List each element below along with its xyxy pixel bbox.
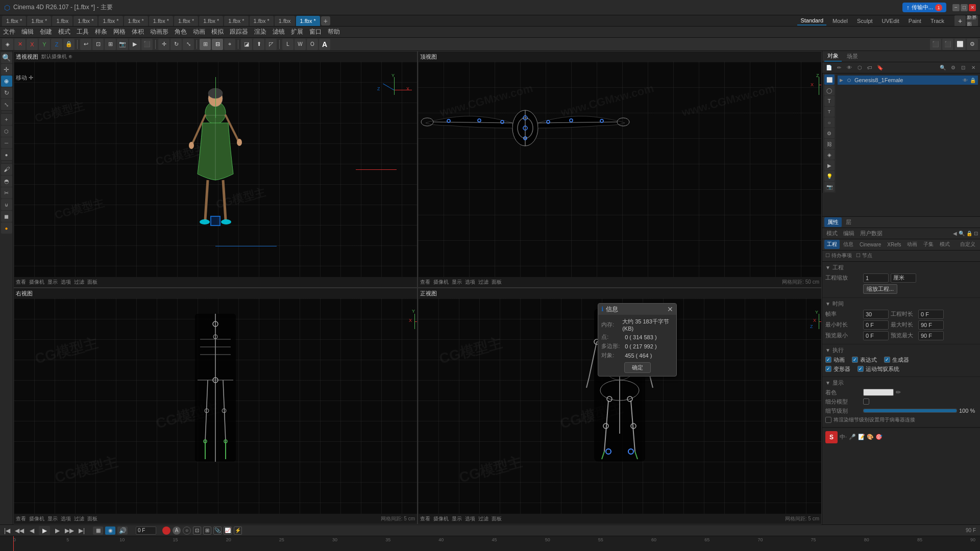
- level-slider[interactable]: [863, 409, 957, 413]
- prop-min-h-value[interactable]: 0 F: [863, 320, 889, 330]
- tab-mode-uvedit[interactable]: UVEdit: [879, 17, 902, 25]
- left-paint[interactable]: 🖌: [1, 164, 12, 175]
- cb-deformer[interactable]: [825, 366, 831, 372]
- tab-3[interactable]: 1.fbx: [52, 16, 72, 26]
- btn-resize-project[interactable]: 缩放工程...: [863, 284, 897, 294]
- rp-icon-tag[interactable]: 🏷: [865, 63, 874, 72]
- panel-tab-animation[interactable]: 动画: [904, 240, 920, 249]
- upload-button[interactable]: ↑ 传输中... 1: [902, 3, 946, 12]
- minimize-button[interactable]: −: [952, 4, 960, 11]
- toolbar-grid[interactable]: ⊞: [200, 39, 211, 50]
- cb-animation[interactable]: [825, 357, 831, 363]
- tab-12[interactable]: 1.fbx: [275, 16, 295, 26]
- tab-mode-sculpt[interactable]: Sculpt: [854, 17, 876, 25]
- tl-prev-key-btn[interactable]: ◀◀: [14, 526, 24, 535]
- section-toggle-project[interactable]: ▼: [825, 265, 830, 270]
- vp-right-footer3[interactable]: 显示: [47, 515, 58, 522]
- vp-right-footer5[interactable]: 过滤: [74, 515, 84, 522]
- toolbar-axis3[interactable]: O: [307, 39, 318, 50]
- panel-tab-subset[interactable]: 子集: [921, 240, 936, 249]
- rs-btn-chain[interactable]: ⛓: [824, 139, 835, 149]
- checkbox-pending[interactable]: ☐ 待办事项: [825, 252, 852, 259]
- viewport-top[interactable]: 顶视图 www.CGMxw.com www.CGMxw.com www.CGMx…: [418, 51, 822, 288]
- timeline-track[interactable]: 0 5 10 15 20 25 30 35 40 45 50 55 60 65 …: [0, 536, 980, 551]
- left-sculpt[interactable]: ◓: [1, 176, 12, 187]
- menu-filter[interactable]: 滤镜: [273, 28, 285, 36]
- props-back-btn[interactable]: ◀: [953, 231, 957, 236]
- section-toggle-execute[interactable]: ▼: [825, 347, 830, 353]
- menu-file[interactable]: 文件: [3, 28, 15, 36]
- tl-record-btn[interactable]: [162, 527, 170, 535]
- left-active-tool[interactable]: ⊕: [1, 76, 12, 87]
- vp-footer-icon6[interactable]: 面板: [87, 279, 97, 286]
- toolbar-lock[interactable]: 🔒: [63, 39, 75, 50]
- tl-btn-curve[interactable]: 📈: [224, 527, 232, 535]
- vp-footer-icon5[interactable]: 过滤: [74, 279, 84, 286]
- toolbar-settings[interactable]: ⚙: [967, 39, 978, 50]
- panel-tab-mode[interactable]: 模式: [937, 240, 952, 249]
- menu-anim[interactable]: 动画: [193, 28, 205, 36]
- left-gradient[interactable]: ●: [1, 222, 12, 234]
- toolbar-select-all[interactable]: ⊡: [92, 39, 104, 50]
- tab-mode-standard[interactable]: Standard: [797, 16, 826, 26]
- section-toggle-display[interactable]: ▼: [825, 380, 830, 386]
- viewport-perspective[interactable]: 透视视图 默认摄像机 ⊕ CG模型主 CG模型主 CG模型主 CG模型主 X Y…: [13, 51, 418, 288]
- rp-icon-close2[interactable]: ✕: [969, 63, 978, 72]
- tab-mode-track[interactable]: Track: [927, 17, 947, 25]
- menu-character[interactable]: 角色: [175, 28, 187, 36]
- rp-tab-scene[interactable]: 场景: [844, 52, 861, 61]
- color-swatch[interactable]: [863, 389, 894, 396]
- tl-mode2[interactable]: ◉: [105, 527, 115, 535]
- props-mode-tab[interactable]: 模式: [824, 229, 840, 238]
- vp-top-footer-icon5[interactable]: 过滤: [478, 279, 488, 286]
- section-toggle-timing[interactable]: ▼: [825, 301, 830, 307]
- vp-footer-icon3[interactable]: 显示: [47, 279, 58, 286]
- vp-right-footer2[interactable]: 摄像机: [29, 515, 44, 522]
- rs-btn-circle[interactable]: ○: [824, 117, 835, 128]
- vp-footer-icon4[interactable]: 选项: [61, 279, 71, 286]
- menu-extend[interactable]: 扩展: [291, 28, 303, 36]
- tl-start-btn[interactable]: |◀: [2, 526, 12, 535]
- vp-front-footer5[interactable]: 过滤: [478, 515, 488, 522]
- left-select[interactable]: 🔍: [1, 52, 12, 63]
- rs-btn-camera-icon[interactable]: 📷: [824, 182, 835, 192]
- tl-btn-a[interactable]: A: [173, 527, 181, 535]
- toolbar-render3[interactable]: ⬜: [954, 39, 966, 50]
- menu-create[interactable]: 创建: [40, 28, 52, 36]
- prop-time-value[interactable]: 0 F: [918, 310, 944, 319]
- toolbar-bevel[interactable]: ◸: [265, 39, 277, 50]
- props-search-btn[interactable]: 🔍: [959, 231, 965, 236]
- tl-btn-clip[interactable]: 📎: [213, 527, 222, 535]
- menu-mode[interactable]: 模式: [58, 28, 70, 36]
- tl-btn-circle[interactable]: ○: [183, 527, 191, 535]
- tab-5[interactable]: 1.fbx *: [99, 16, 122, 26]
- toolbar-yaxis[interactable]: Y: [39, 39, 50, 50]
- toolbar-render[interactable]: ▶: [129, 39, 140, 50]
- menu-animation[interactable]: 动画形: [150, 28, 168, 36]
- props-edit-tab[interactable]: 编辑: [841, 229, 856, 238]
- menu-simulation[interactable]: 模拟: [211, 28, 224, 36]
- toolbar-grid2[interactable]: ⊟: [212, 39, 223, 50]
- vp-footer-icon2[interactable]: 摄像机: [29, 279, 44, 286]
- pt-tab-attributes[interactable]: 属性: [824, 217, 842, 227]
- tl-play-btn[interactable]: ▶: [39, 526, 50, 535]
- pt-tab-layers[interactable]: 层: [843, 217, 854, 227]
- tl-prev-btn[interactable]: ◀: [27, 526, 37, 535]
- tl-mode3[interactable]: 🔊: [117, 527, 128, 535]
- props-userdata-tab[interactable]: 用户数据: [858, 229, 885, 238]
- toolbar-select2[interactable]: ⊞: [105, 39, 116, 50]
- cb-render-note[interactable]: [825, 417, 831, 423]
- vp-top-footer-icon1[interactable]: 查看: [420, 279, 430, 286]
- left-scale[interactable]: ⤡: [1, 99, 12, 110]
- rp-tab-object[interactable]: 对象: [824, 51, 842, 62]
- panel-tab-cineware[interactable]: Cineware: [857, 241, 884, 248]
- toolbar-axis1[interactable]: L: [282, 39, 293, 50]
- prop-fps-value[interactable]: 30: [863, 310, 889, 319]
- vp-top-footer-icon4[interactable]: 选项: [465, 279, 475, 286]
- left-fill[interactable]: ◼: [1, 211, 12, 222]
- left-knife[interactable]: ✂: [1, 187, 12, 198]
- menu-edit[interactable]: 编辑: [21, 28, 34, 36]
- toolbar-render-active[interactable]: ⬛: [942, 39, 953, 50]
- cb-expression[interactable]: [852, 357, 858, 363]
- props-panel-btn[interactable]: ⊡: [974, 231, 978, 236]
